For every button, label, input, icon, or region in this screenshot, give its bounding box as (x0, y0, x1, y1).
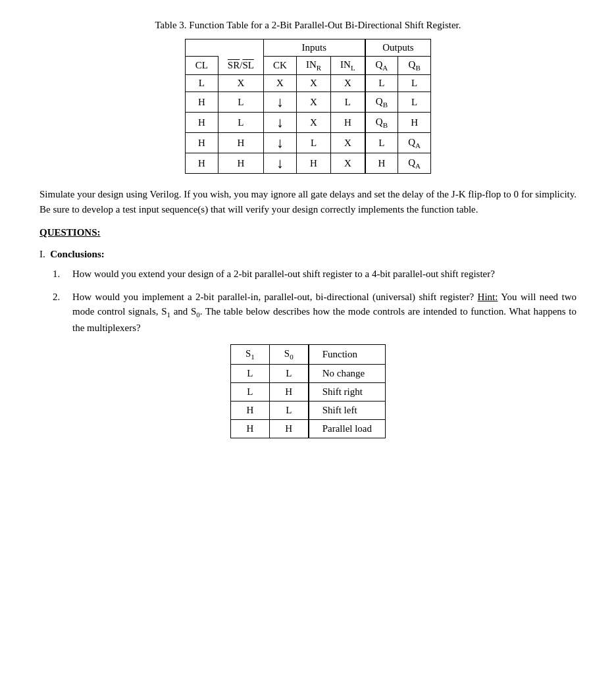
column-header-row: CL SR/SL CK INR INL QA QB (185, 57, 430, 75)
cell: H (296, 153, 330, 174)
questions-heading: QUESTIONS: (39, 227, 577, 238)
cell: L (398, 92, 431, 113)
col-header-inr: INR (296, 57, 330, 75)
question-1-number: 1. (53, 267, 68, 282)
table-row: H L ↓ X L QB L (185, 92, 430, 113)
mode-table-wrapper: S1 S0 Function L L No change L H Shift r… (39, 344, 577, 438)
cell: L (218, 92, 263, 113)
mode-cell-function: No change (309, 365, 386, 383)
cell: L (185, 75, 218, 92)
table-row: H H ↓ H X H QA (185, 153, 430, 174)
questions-section: 1. How would you extend your design of a… (53, 267, 577, 335)
mode-table-row: L L No change (230, 365, 385, 383)
simulate-paragraph: Simulate your design using Verilog. If y… (39, 187, 577, 217)
cell: X (296, 75, 330, 92)
mode-table-header-row: S1 S0 Function (230, 345, 385, 365)
table-row: L X X X X L L (185, 75, 430, 92)
mode-cell-s0: L (269, 402, 308, 420)
col-header-ck: CK (263, 57, 296, 75)
table-caption: Table 3. Function Table for a 2-Bit Para… (39, 20, 577, 31)
function-table: Inputs Outputs CL SR/SL CK INR INL QA QB… (185, 39, 431, 174)
cell: QA (398, 133, 431, 153)
cell: H (218, 133, 263, 153)
mode-col-function: Function (309, 345, 386, 365)
cell: H (185, 113, 218, 133)
roman-numeral: I. (39, 249, 45, 259)
hint-label: Hint: (478, 292, 498, 302)
col-header-srsl: SR/SL (218, 57, 263, 75)
cell: L (398, 75, 431, 92)
cell: X (296, 113, 330, 133)
cell-arrow: ↓ (263, 153, 296, 174)
question-2-text: How would you implement a 2-bit parallel… (72, 290, 577, 336)
conclusions-heading: Conclusions: (50, 249, 105, 259)
inputs-group-header: Inputs (263, 39, 365, 57)
cell: QA (398, 153, 431, 174)
mode-table-row: H H Parallel load (230, 420, 385, 438)
col-header-qb: QB (398, 57, 431, 75)
roman-section: I. Conclusions: (39, 249, 577, 260)
mode-cell-s0: H (269, 383, 308, 402)
cell: L (218, 113, 263, 133)
cell: L (365, 133, 398, 153)
mode-cell-s1: L (230, 365, 269, 383)
cell: X (218, 75, 263, 92)
question-2-number: 2. (53, 290, 68, 336)
mode-cell-s1: H (230, 420, 269, 438)
outputs-group-header: Outputs (365, 39, 431, 57)
col-header-cl: CL (185, 57, 218, 75)
table-row: H H ↓ L X L QA (185, 133, 430, 153)
cell: H (185, 153, 218, 174)
mode-cell-s0: L (269, 365, 308, 383)
table-row: H L ↓ X H QB H (185, 113, 430, 133)
cell: H (331, 113, 365, 133)
question-2: 2. How would you implement a 2-bit paral… (53, 290, 577, 336)
cell: L (365, 75, 398, 92)
cell: QB (365, 113, 398, 133)
cell: L (296, 133, 330, 153)
cell: X (331, 153, 365, 174)
main-table-wrapper: Inputs Outputs CL SR/SL CK INR INL QA QB… (39, 39, 577, 174)
col-header-inl: INL (331, 57, 365, 75)
mode-table-row: H L Shift left (230, 402, 385, 420)
cell: H (365, 153, 398, 174)
mode-cell-s1: L (230, 383, 269, 402)
mode-cell-s1: H (230, 402, 269, 420)
mode-col-s1: S1 (230, 345, 269, 365)
mode-cell-function: Parallel load (309, 420, 386, 438)
cell: X (331, 75, 365, 92)
cell: H (185, 133, 218, 153)
mode-cell-s0: H (269, 420, 308, 438)
cell: X (331, 133, 365, 153)
cell: L (331, 92, 365, 113)
cell: H (185, 92, 218, 113)
mode-cell-function: Shift right (309, 383, 386, 402)
col-header-qa: QA (365, 57, 398, 75)
cell: X (296, 92, 330, 113)
question-1-text: How would you extend your design of a 2-… (72, 267, 495, 282)
cell: QB (365, 92, 398, 113)
cell-arrow: ↓ (263, 133, 296, 153)
cell: X (263, 75, 296, 92)
question-1: 1. How would you extend your design of a… (53, 267, 577, 282)
cell: H (218, 153, 263, 174)
cell: H (398, 113, 431, 133)
mode-table: S1 S0 Function L L No change L H Shift r… (230, 344, 386, 438)
group-header-row: Inputs Outputs (185, 39, 430, 57)
mode-col-s0: S0 (269, 345, 308, 365)
mode-cell-function: Shift left (309, 402, 386, 420)
cell-arrow: ↓ (263, 92, 296, 113)
mode-table-row: L H Shift right (230, 383, 385, 402)
cell-arrow: ↓ (263, 113, 296, 133)
